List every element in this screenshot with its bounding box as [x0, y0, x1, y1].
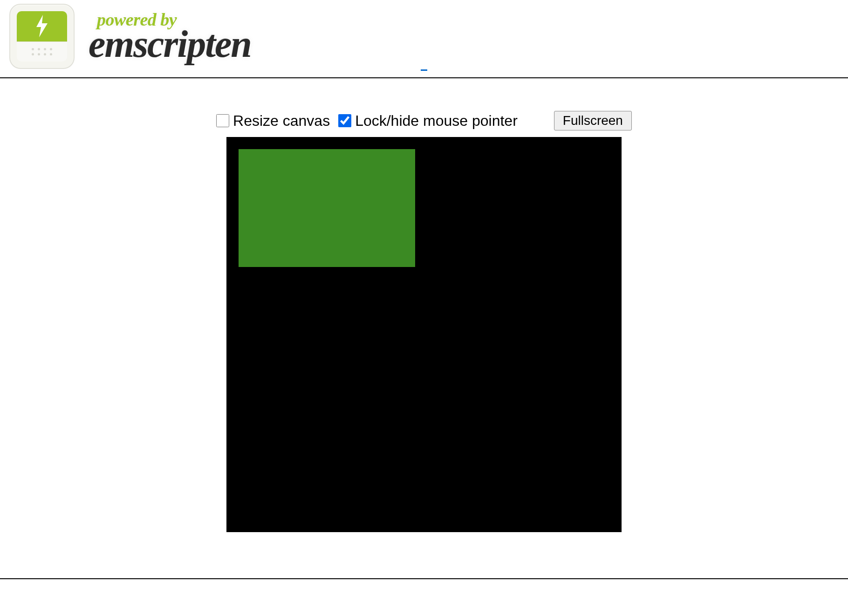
fullscreen-button[interactable]: Fullscreen: [554, 111, 632, 130]
header-divider-row: [0, 74, 848, 82]
lock-pointer-label[interactable]: Lock/hide mouse pointer: [355, 112, 518, 130]
header: powered by emscripten: [0, 0, 848, 74]
lock-pointer-checkbox[interactable]: [338, 114, 351, 127]
header-divider: [0, 77, 848, 78]
logo-bottom-panel: [17, 41, 67, 62]
logo-top-panel: [17, 11, 67, 41]
resize-canvas-checkbox[interactable]: [216, 114, 229, 127]
controls-row: Resize canvas Lock/hide mouse pointer Fu…: [0, 82, 848, 130]
canvas[interactable]: [226, 137, 622, 532]
tiny-link-marker[interactable]: [421, 69, 427, 71]
green-rectangle: [239, 149, 415, 267]
emscripten-title: emscripten: [89, 25, 251, 63]
bolt-icon: [33, 14, 51, 38]
lock-pointer-control: Lock/hide mouse pointer: [338, 112, 518, 130]
canvas-container: [0, 137, 848, 532]
resize-canvas-label[interactable]: Resize canvas: [233, 112, 330, 130]
logo-text: powered by emscripten: [84, 9, 251, 63]
emscripten-logo-icon: [9, 4, 75, 69]
resize-canvas-control: Resize canvas: [216, 112, 330, 130]
bottom-divider: [0, 578, 848, 579]
